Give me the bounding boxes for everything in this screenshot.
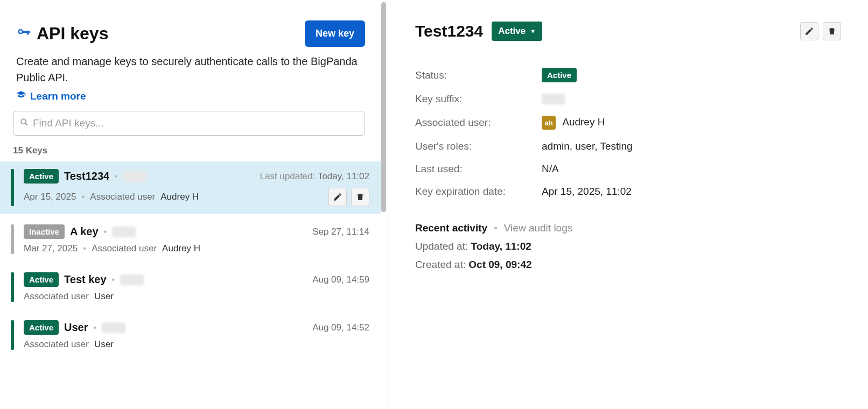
dot-separator: • bbox=[81, 192, 85, 202]
associated-user-value: User bbox=[94, 339, 114, 350]
field-expires-value: Apr 15, 2025, 11:02 bbox=[542, 186, 632, 198]
delete-button[interactable] bbox=[823, 22, 841, 40]
view-audit-logs-link[interactable]: View audit logs bbox=[504, 222, 572, 234]
dot-separator: • bbox=[94, 323, 97, 333]
keys-count: 15 Keys bbox=[0, 143, 381, 161]
page-title: API keys bbox=[37, 24, 108, 44]
field-lastused-value: N/A bbox=[542, 163, 559, 175]
status-badge: Active bbox=[24, 320, 59, 335]
field-status-value: Active bbox=[542, 68, 577, 82]
dot-separator: • bbox=[104, 227, 107, 237]
associated-user-value: User bbox=[94, 291, 114, 302]
key-list-item[interactable]: ActiveTest1234•Last updated: Today, 11:0… bbox=[0, 161, 381, 214]
key-icon bbox=[16, 25, 31, 43]
dot-separator: • bbox=[112, 275, 115, 285]
search-icon bbox=[20, 118, 29, 129]
key-name: Test key bbox=[64, 273, 107, 286]
trash-icon bbox=[827, 26, 837, 36]
status-stripe bbox=[11, 169, 14, 206]
key-list-item[interactable]: ActiveUser•Aug 09, 14:52Associated userU… bbox=[0, 313, 381, 357]
field-suffix-value-redacted bbox=[542, 94, 565, 104]
search-input[interactable] bbox=[32, 117, 358, 130]
field-user-value: Audrey H bbox=[562, 116, 605, 128]
last-updated-value: Today, 11:02 bbox=[318, 171, 369, 181]
trash-icon bbox=[355, 192, 365, 202]
last-updated: Aug 09, 14:52 bbox=[312, 322, 369, 333]
field-expires-label: Key expiration date: bbox=[415, 186, 542, 198]
field-roles-value: admin, user, Testing bbox=[542, 140, 633, 152]
updated-at-value: Today, 11:02 bbox=[471, 241, 531, 252]
key-name: A key bbox=[70, 225, 99, 238]
last-updated: Last updated: Today, 11:02 bbox=[260, 171, 369, 182]
key-list-item[interactable]: ActiveTest key•Aug 09, 14:59Associated u… bbox=[0, 265, 381, 309]
svg-point-0 bbox=[21, 119, 26, 124]
edit-button[interactable] bbox=[328, 188, 347, 206]
updated-at-label: Updated at: bbox=[415, 241, 468, 252]
svg-line-1 bbox=[25, 123, 27, 125]
detail-title: Test1234 bbox=[415, 22, 483, 40]
edit-button[interactable] bbox=[800, 22, 818, 40]
chevron-down-icon: ▼ bbox=[530, 28, 536, 34]
key-name: Test1234 bbox=[64, 170, 109, 182]
key-suffix-redacted bbox=[123, 171, 147, 182]
activity-heading: Recent activity bbox=[415, 222, 487, 234]
last-updated-value: Aug 09, 14:52 bbox=[312, 322, 369, 333]
associated-user-value: Audrey H bbox=[162, 243, 200, 254]
key-suffix-redacted bbox=[120, 274, 144, 285]
dot-separator: • bbox=[83, 243, 86, 254]
page-description: Create and manage keys to securely authe… bbox=[0, 47, 381, 86]
right-pane: Test1234 Active ▼ Status: Active Key suf… bbox=[388, 0, 868, 409]
learn-more-link[interactable]: Learn more bbox=[0, 86, 381, 111]
left-pane: API keys New key Create and manage keys … bbox=[0, 0, 388, 409]
status-badge: Active bbox=[24, 169, 59, 184]
status-dropdown[interactable]: Active ▼ bbox=[492, 22, 542, 41]
last-updated-value: Aug 09, 14:59 bbox=[312, 274, 369, 285]
learn-more-label: Learn more bbox=[30, 90, 86, 102]
search-input-wrapper[interactable] bbox=[13, 111, 365, 136]
status-badge: Active bbox=[24, 272, 59, 287]
status-stripe bbox=[11, 320, 14, 350]
pencil-icon bbox=[804, 26, 814, 36]
status-badge: Inactive bbox=[24, 224, 65, 239]
delete-button[interactable] bbox=[351, 188, 369, 206]
dot-separator: • bbox=[494, 222, 498, 234]
last-updated: Sep 27, 11:14 bbox=[312, 227, 369, 237]
key-name: User bbox=[64, 321, 88, 334]
field-suffix-label: Key suffix: bbox=[415, 93, 542, 105]
field-status-label: Status: bbox=[415, 69, 542, 81]
key-date: Apr 15, 2025 bbox=[24, 192, 76, 202]
dot-separator: • bbox=[115, 172, 118, 181]
new-key-button[interactable]: New key bbox=[305, 20, 365, 47]
created-at-label: Created at: bbox=[415, 259, 466, 270]
associated-user-label: Associated user bbox=[24, 291, 89, 302]
created-at-value: Oct 09, 09:42 bbox=[468, 259, 531, 270]
scrollbar-thumb[interactable] bbox=[381, 2, 386, 212]
last-updated-value: Sep 27, 11:14 bbox=[312, 227, 369, 237]
associated-user-label: Associated user bbox=[90, 192, 155, 202]
key-list: ActiveTest1234•Last updated: Today, 11:0… bbox=[0, 161, 381, 357]
associated-user-label: Associated user bbox=[24, 339, 89, 350]
key-suffix-redacted bbox=[102, 322, 125, 333]
status-stripe bbox=[11, 272, 14, 302]
associated-user-value: Audrey H bbox=[160, 192, 199, 202]
key-suffix-redacted bbox=[112, 227, 136, 237]
status-dropdown-label: Active bbox=[498, 26, 526, 37]
field-user-label: Associated user: bbox=[415, 117, 542, 129]
last-updated-label: Last updated: bbox=[260, 171, 317, 181]
associated-user-label: Associated user bbox=[92, 243, 157, 254]
pencil-icon bbox=[333, 192, 342, 202]
key-list-item[interactable]: InactiveA key•Sep 27, 11:14Mar 27, 2025•… bbox=[0, 217, 381, 262]
status-stripe bbox=[11, 224, 14, 254]
field-roles-label: User's roles: bbox=[415, 140, 542, 152]
field-lastused-label: Last used: bbox=[415, 163, 542, 175]
key-date: Mar 27, 2025 bbox=[24, 243, 78, 254]
last-updated: Aug 09, 14:59 bbox=[312, 274, 369, 285]
avatar: ah bbox=[542, 116, 556, 130]
graduation-cap-icon bbox=[16, 90, 26, 102]
